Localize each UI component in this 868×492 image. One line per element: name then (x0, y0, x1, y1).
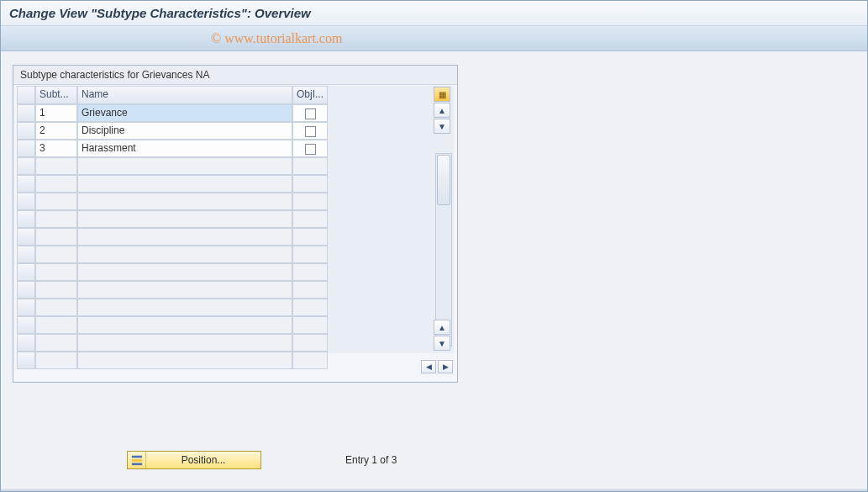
cell-name (77, 193, 292, 210)
cell-objid (292, 281, 328, 299)
scroll-down-button-2[interactable]: ▼ (434, 336, 450, 351)
row-selector[interactable] (17, 299, 35, 316)
row-selector[interactable] (17, 193, 35, 210)
cell-subtype (35, 193, 77, 210)
app-toolbar: © www.tutorialkart.com (1, 26, 867, 51)
cell-subtype (35, 228, 77, 246)
table-row-empty (17, 175, 454, 193)
sap-window: Change View "Subtype Characteristics": O… (0, 0, 868, 492)
svg-rect-1 (131, 459, 141, 462)
cell-name (77, 210, 292, 228)
cell-subtype (35, 175, 77, 193)
cell-name (77, 246, 292, 263)
cell-objid (292, 193, 328, 210)
cell-subtype (35, 246, 77, 263)
grid-title: Subtype characteristics for Grievances N… (13, 66, 457, 85)
svg-rect-2 (131, 463, 141, 466)
cell-subtype (35, 210, 77, 228)
checkbox-icon[interactable] (305, 144, 316, 155)
cell-subtype (35, 157, 77, 175)
checkbox-icon[interactable] (305, 108, 316, 119)
cell-name (77, 316, 292, 334)
row-selector[interactable] (17, 316, 35, 334)
watermark-text: © www.tutorialkart.com (211, 31, 342, 46)
row-selector[interactable] (17, 157, 35, 175)
cell-objid (292, 228, 328, 246)
col-name[interactable]: Name (77, 86, 292, 104)
row-selector[interactable] (17, 281, 35, 299)
table-row-empty (17, 157, 454, 175)
position-button-label: Position... (146, 454, 260, 466)
row-selector[interactable] (17, 334, 35, 352)
table-row-empty (17, 334, 454, 352)
table-row-empty (17, 210, 454, 228)
cell-objid (292, 316, 328, 334)
cell-objid[interactable] (292, 104, 328, 122)
cell-objid (292, 334, 328, 352)
vertical-scrollbar[interactable] (435, 153, 452, 347)
row-selector[interactable] (17, 122, 35, 140)
footer: Position... Entry 1 of 3 (127, 451, 397, 469)
cell-objid[interactable] (292, 140, 328, 157)
table-row[interactable]: 1Grievance (17, 104, 454, 122)
table-row[interactable]: 2Discipline (17, 122, 454, 140)
row-selector[interactable] (17, 175, 35, 193)
table-row-empty (17, 193, 454, 210)
cell-objid (292, 175, 328, 193)
page-title: Change View "Subtype Characteristics": O… (9, 6, 311, 20)
position-button[interactable]: Position... (127, 451, 261, 469)
entry-counter: Entry 1 of 3 (345, 454, 397, 466)
checkbox-icon[interactable] (305, 126, 316, 137)
titlebar: Change View "Subtype Characteristics": O… (1, 1, 867, 26)
table-row-empty (17, 228, 454, 246)
cell-subtype[interactable]: 1 (35, 104, 77, 122)
cell-name (77, 281, 292, 299)
position-icon (128, 452, 146, 468)
row-selector[interactable] (17, 263, 35, 281)
table-row-empty (17, 263, 454, 281)
grid-body: 1Grievance2Discipline3Harassment (17, 104, 454, 369)
cell-name (77, 228, 292, 246)
config-columns-button[interactable]: ▦ (434, 87, 450, 102)
cell-objid[interactable] (292, 122, 328, 140)
cell-name[interactable]: Discipline (77, 122, 292, 140)
col-select-all[interactable] (17, 86, 35, 104)
row-selector[interactable] (17, 246, 35, 263)
vertical-scrollbar-thumb[interactable] (437, 155, 450, 205)
row-selector[interactable] (17, 210, 35, 228)
table-row-empty (17, 316, 454, 334)
cell-name[interactable]: Grievance (77, 104, 292, 122)
cell-name[interactable]: Harassment (77, 140, 292, 157)
cell-name (77, 157, 292, 175)
cell-objid (292, 210, 328, 228)
row-selector[interactable] (17, 104, 35, 122)
cell-name (77, 263, 292, 281)
cell-objid (292, 299, 328, 316)
scroll-left-button[interactable]: ◀ (421, 360, 436, 373)
scroll-up-button-2[interactable]: ▲ (434, 320, 450, 335)
table-row-empty (17, 246, 454, 263)
horizontal-scrollbar: ◀ ▶ (17, 358, 454, 375)
grid-header-row: Subt... Name ObjI... (17, 86, 454, 104)
row-selector[interactable] (17, 140, 35, 157)
svg-rect-0 (131, 456, 141, 458)
grid-vertical-toolbar-bottom: ▲ ▼ (434, 319, 452, 352)
cell-subtype[interactable]: 2 (35, 122, 77, 140)
col-subtype[interactable]: Subt... (35, 86, 77, 104)
scroll-down-button[interactable]: ▼ (434, 119, 450, 134)
cell-name (77, 334, 292, 352)
scroll-up-button[interactable]: ▲ (434, 103, 450, 118)
table-row[interactable]: 3Harassment (17, 140, 454, 157)
cell-subtype (35, 263, 77, 281)
cell-subtype[interactable]: 3 (35, 140, 77, 157)
table-row-empty (17, 299, 454, 316)
cell-subtype (35, 281, 77, 299)
cell-objid (292, 263, 328, 281)
cell-objid (292, 157, 328, 175)
grid-panel: Subtype characteristics for Grievances N… (13, 65, 458, 383)
col-objid[interactable]: ObjI... (292, 86, 328, 104)
scroll-right-button[interactable]: ▶ (438, 360, 453, 373)
row-selector[interactable] (17, 228, 35, 246)
cell-subtype (35, 316, 77, 334)
cell-subtype (35, 334, 77, 352)
